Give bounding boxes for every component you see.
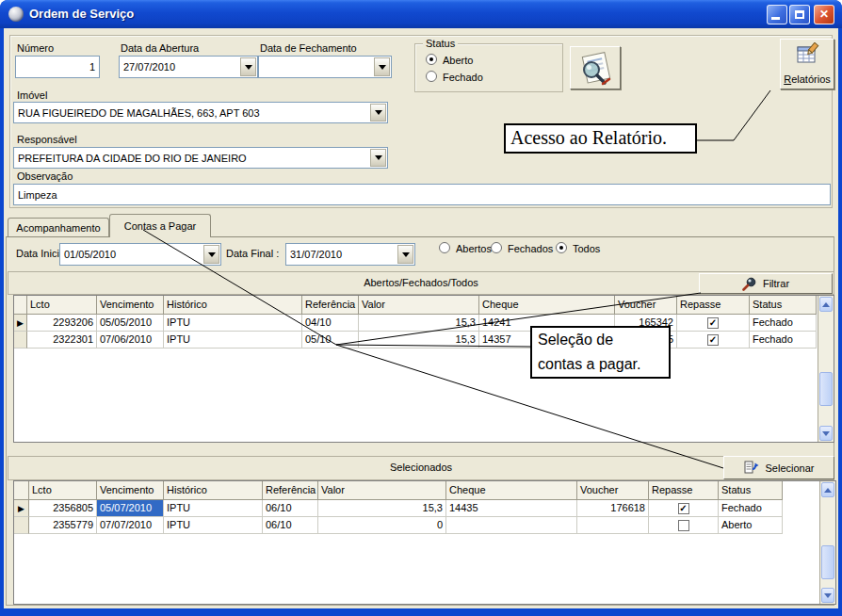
- status-group: Status: [414, 43, 563, 92]
- chevron-down-icon[interactable]: [370, 149, 386, 167]
- cell-status: Aberto: [719, 517, 783, 534]
- chevron-down-icon[interactable]: [240, 57, 256, 76]
- scroll-down-icon[interactable]: [821, 588, 834, 603]
- grid1-col-voucher[interactable]: Voucher: [615, 296, 677, 315]
- scrollbar-thumb[interactable]: [819, 372, 833, 406]
- data-abertura-label: Data da Abertura: [121, 42, 199, 54]
- chevron-down-icon[interactable]: [370, 104, 386, 122]
- cell-repasse: ✓: [649, 500, 719, 517]
- grid2-col-referencia[interactable]: Referência: [263, 481, 318, 500]
- table-row[interactable]: ▶ 2356805 05/07/2010 IPTU 06/10 15,3 144…: [14, 500, 835, 517]
- filtrar-button[interactable]: Filtrar: [699, 273, 833, 294]
- responsavel-combo[interactable]: PREFEITURA DA CIDADE DO RIO DE JANEIRO: [13, 147, 388, 169]
- cell-referencia: 06/10: [263, 517, 318, 534]
- grid-abertos-fechados-todos: Lcto Vencimento Histórico Referência Val…: [13, 295, 834, 443]
- grid1-col-valor[interactable]: Valor: [359, 296, 479, 315]
- radio-fechados-label[interactable]: Fechados: [508, 243, 553, 254]
- grid2-scrollbar[interactable]: [819, 481, 835, 604]
- magnifier-icon: [742, 277, 757, 291]
- minimize-button[interactable]: [767, 5, 787, 24]
- grid1-col-repasse[interactable]: Repasse: [677, 296, 750, 315]
- repasse-checkbox[interactable]: [678, 520, 689, 531]
- tab-acompanhamento[interactable]: Acompanhamento: [8, 218, 109, 237]
- cell-historico: IPTU: [164, 500, 263, 517]
- close-button[interactable]: ✕: [814, 5, 834, 24]
- grid1-col-historico[interactable]: Histórico: [164, 296, 302, 315]
- data-final-combo[interactable]: 31/07/2010: [285, 243, 415, 266]
- data-fechamento-label: Data de Fechamento: [260, 42, 357, 54]
- imovel-combo[interactable]: RUA FIGUEIREDO DE MAGALHÃES, 663, APT 60…: [13, 102, 388, 123]
- maximize-icon: [795, 10, 804, 19]
- grid1-col-vencimento[interactable]: Vencimento: [97, 296, 164, 315]
- repasse-checkbox[interactable]: ✓: [678, 503, 689, 514]
- scroll-up-icon[interactable]: [819, 297, 833, 312]
- grid2-col-lcto[interactable]: Lcto: [29, 481, 97, 500]
- table-row[interactable]: 2355779 07/07/2010 IPTU 06/10 0 Aberto: [14, 517, 835, 534]
- cell-referencia: 05/10: [302, 332, 359, 349]
- radio-todos-label[interactable]: Todos: [573, 243, 600, 254]
- radio-fechado-label[interactable]: Fechado: [443, 72, 483, 83]
- grid2-col-cheque[interactable]: Cheque: [446, 481, 577, 500]
- data-fechamento-combo[interactable]: [258, 56, 392, 78]
- table-row[interactable]: 2322301 07/06/2010 IPTU 05/10 15,3 14357…: [14, 332, 834, 349]
- cell-historico: IPTU: [164, 332, 302, 349]
- grid2-col-repasse[interactable]: Repasse: [649, 481, 719, 500]
- radio-abertos[interactable]: [439, 242, 450, 253]
- grid1-scrollbar[interactable]: [818, 296, 834, 442]
- cell-repasse: ✓: [677, 332, 750, 349]
- grid1-col-cheque[interactable]: Cheque: [479, 296, 615, 315]
- responsavel-label: Responsável: [17, 134, 77, 145]
- grid2-col-vencimento[interactable]: Vencimento: [97, 481, 164, 500]
- tab-contas-a-pagar[interactable]: Contas a Pagar: [109, 214, 211, 237]
- scroll-up-icon[interactable]: [821, 482, 834, 497]
- grid1-col-lcto[interactable]: Lcto: [27, 296, 97, 315]
- numero-field[interactable]: 1: [15, 56, 100, 78]
- grid1-col-status[interactable]: Status: [750, 296, 817, 315]
- selecionar-button[interactable]: Selecionar: [723, 456, 834, 479]
- numero-label: Número: [17, 42, 54, 54]
- grid2-col-historico[interactable]: Histórico: [164, 481, 263, 500]
- grid2-col-valor[interactable]: Valor: [318, 481, 446, 500]
- chevron-down-icon[interactable]: [397, 245, 413, 264]
- data-abertura-combo[interactable]: 27/07/2010: [119, 56, 258, 78]
- repasse-checkbox[interactable]: ✓: [707, 317, 719, 329]
- table-row[interactable]: ▶ 2293206 05/05/2010 IPTU 04/10 15,3 142…: [14, 315, 834, 332]
- grid1-col-referencia[interactable]: Referência: [302, 296, 359, 315]
- annotation-selecao-line1: Seleção de: [538, 328, 663, 352]
- radio-aberto-label[interactable]: Aberto: [443, 55, 473, 66]
- cell-valor: 15,3: [359, 332, 479, 349]
- cell-vencimento: 05/05/2010: [97, 315, 164, 332]
- imovel-label: Imóvel: [17, 89, 47, 101]
- relatorios-button-label: Relatórios: [781, 73, 834, 85]
- cell-lcto: 2356805: [29, 500, 97, 517]
- minimize-icon: [771, 17, 780, 20]
- data-abertura-value: 27/07/2010: [123, 61, 175, 73]
- cell-lcto: 2322301: [27, 332, 97, 349]
- filtrar-button-label: Filtrar: [763, 278, 789, 289]
- radio-todos[interactable]: [556, 242, 567, 253]
- grid2-col-status[interactable]: Status: [719, 481, 783, 500]
- row-selector: ▶: [14, 315, 27, 332]
- chevron-down-icon[interactable]: [203, 245, 219, 264]
- radio-abertos-label[interactable]: Abertos: [456, 243, 492, 254]
- scroll-down-icon[interactable]: [819, 426, 833, 441]
- search-order-button[interactable]: [570, 46, 621, 89]
- grid1-header-row: Lcto Vencimento Histórico Referência Val…: [14, 296, 834, 315]
- repasse-checkbox[interactable]: ✓: [707, 334, 719, 346]
- cell-status: Fechado: [750, 332, 817, 349]
- radio-aberto[interactable]: [426, 54, 437, 65]
- cell-vencimento-selected[interactable]: 05/07/2010: [97, 500, 164, 517]
- chevron-down-icon[interactable]: [374, 57, 390, 76]
- cell-valor: 0: [318, 517, 446, 534]
- data-inicial-combo[interactable]: 01/05/2010: [59, 243, 221, 266]
- row-selector: ▶: [14, 500, 29, 517]
- cell-valor: 15,3: [318, 500, 446, 517]
- radio-fechado[interactable]: [426, 71, 437, 82]
- radio-fechados[interactable]: [491, 242, 502, 253]
- maximize-button[interactable]: [789, 5, 810, 24]
- relatorios-button[interactable]: Relatórios: [780, 39, 834, 89]
- scrollbar-thumb[interactable]: [821, 545, 834, 579]
- grid2-col-voucher[interactable]: Voucher: [577, 481, 649, 500]
- observacao-field[interactable]: Limpeza: [13, 184, 831, 205]
- title-bar[interactable]: Ordem de Serviço ✕: [0, 0, 842, 28]
